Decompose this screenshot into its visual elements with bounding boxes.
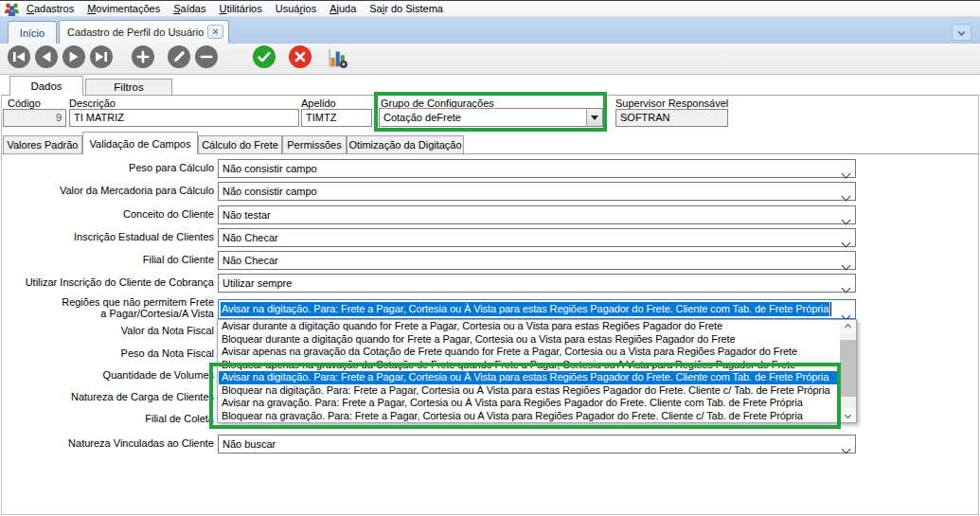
previous-record-icon — [35, 45, 58, 68]
first-record-icon — [8, 45, 30, 68]
select-value: Não testar — [223, 209, 271, 221]
natureza-vinculadas-select[interactable]: Não buscar — [218, 435, 856, 454]
utilizar-inscricao-label: Utilizar Inscrição do Cliente de Cobranç… — [0, 276, 214, 288]
tab-filtros[interactable]: Filtros — [85, 79, 172, 95]
previous-record-button[interactable] — [35, 45, 58, 68]
select-value: Não consistir campo — [223, 186, 317, 197]
menubar: Cadastros Movimentações Saídas Utilitári… — [0, 0, 980, 17]
toolbar — [0, 44, 980, 75]
conceito-cliente-label: Conceito do Cliente — [0, 208, 214, 220]
select-value: Não Checar — [223, 255, 278, 266]
select-value: Não buscar — [223, 438, 276, 450]
dropdown-option-3[interactable]: Avisar apenas na gravação da Cotação de … — [219, 346, 841, 359]
dropdown-option-1[interactable]: Avisar durante a digitação quando for Fr… — [219, 320, 841, 333]
tab-cadastro-label: Cadastro de Perfil do Usuário — [67, 27, 204, 38]
menu-item-saidas[interactable]: Saídas — [167, 3, 212, 14]
tab-calculo-do-frete[interactable]: Cálculo do Frete — [198, 135, 282, 153]
tab-validacao-de-campos[interactable]: Validação de Campos — [82, 132, 198, 154]
edit-icon — [168, 45, 190, 68]
tab-inicio[interactable]: Início — [8, 21, 57, 44]
tab-cadastro-perfil-usuario[interactable]: Cadastro de Perfil do Usuário × — [59, 20, 229, 44]
users-icon — [4, 2, 20, 16]
filial-cliente-label: Filial do Cliente — [0, 254, 214, 265]
regioes-combo-value: Avisar na digitação. Para: Frete a Pagar… — [221, 302, 829, 316]
tab-permissoes[interactable]: Permissões — [282, 135, 347, 153]
remove-button[interactable] — [195, 45, 218, 68]
menu-item-ajuda[interactable]: Ajuda — [323, 3, 363, 14]
apelido-field[interactable]: TIMTZ — [301, 109, 372, 127]
menu-item-cadastros[interactable]: Cadastros — [20, 3, 80, 14]
filial-coleta-label: Filial de Coleta — [0, 413, 214, 424]
last-record-icon — [90, 45, 113, 68]
tab-overflow-button[interactable] — [952, 24, 971, 41]
menu-item-movimentacoes[interactable]: Movimentações — [80, 3, 167, 14]
bar-chart-gear-icon — [326, 46, 348, 69]
last-record-button[interactable] — [90, 45, 113, 68]
natureza-vinculadas-label: Natureza Vinculadas ao Cliente — [0, 437, 214, 449]
dropdown-option-2[interactable]: Bloquear durante a digitação quando for … — [219, 333, 841, 347]
confirm-button[interactable] — [253, 45, 276, 68]
scrollbar-thumb[interactable] — [840, 340, 856, 397]
scroll-up-button[interactable] — [840, 320, 856, 334]
tab-valores-padrao[interactable]: Valores Padrão — [3, 135, 82, 153]
peso-nota-fiscal-label: Peso da Nota Fiscal — [0, 347, 214, 359]
next-record-icon — [62, 45, 85, 68]
supervisor-field: SOFTRAN — [615, 109, 728, 127]
cancel-icon — [289, 45, 312, 68]
peso-para-calculo-select[interactable]: Não consistir campo — [218, 159, 856, 178]
menu-item-sair-do-sistema[interactable]: Sair do Sistema — [363, 3, 450, 14]
conceito-cliente-select[interactable]: Não testar — [218, 205, 856, 224]
tab-otimizacao-da-digitacao[interactable]: Otimização da Digitação — [347, 135, 464, 153]
add-button[interactable] — [132, 45, 154, 68]
scroll-down-button[interactable] — [840, 408, 856, 422]
regioes-label-line1: Regiões que não permitem Frete — [0, 296, 214, 308]
peso-para-calculo-label: Peso para Cálculo — [0, 162, 214, 173]
tab-inicio-label: Início — [20, 27, 45, 39]
inscricao-estadual-select[interactable]: Não Checar — [218, 228, 856, 247]
scrollbar[interactable] — [840, 320, 856, 422]
confirm-icon — [253, 45, 276, 68]
add-icon — [132, 45, 154, 68]
descricao-field[interactable]: TI MATRIZ — [69, 109, 299, 127]
select-value: Não Checar — [223, 232, 278, 243]
codigo-field: 9 — [3, 109, 66, 127]
annotation-highlight-grupo — [374, 92, 607, 132]
regioes-combo[interactable]: Avisar na digitação. Para: Frete a Pagar… — [218, 299, 856, 319]
valor-mercadoria-select[interactable]: Não consistir campo — [218, 182, 856, 201]
first-record-button[interactable] — [8, 45, 30, 68]
close-icon[interactable]: × — [207, 25, 223, 39]
utilizar-inscricao-select[interactable]: Utilizar sempre — [218, 274, 856, 293]
inscricao-estadual-label: Inscrição Estadual de Clientes — [0, 231, 214, 242]
document-tab-bar: Início Cadastro de Perfil do Usuário × — [0, 17, 980, 44]
next-record-button[interactable] — [62, 45, 85, 68]
select-value: Não consistir campo — [223, 163, 317, 174]
filial-cliente-select[interactable]: Não Checar — [218, 251, 856, 270]
remove-icon — [195, 45, 218, 68]
report-chart-button[interactable] — [326, 46, 348, 69]
cancel-button[interactable] — [289, 45, 312, 68]
edit-button[interactable] — [168, 45, 190, 68]
select-value: Utilizar sempre — [223, 277, 292, 289]
text-caret — [830, 302, 831, 316]
annotation-highlight-options — [209, 363, 841, 429]
natureza-carga-label: Natureza de Carga de Clientes — [0, 391, 214, 402]
menu-item-utilitarios[interactable]: Utilitários — [212, 3, 268, 14]
quantidade-volumes-label: Quantidade de Volumes — [0, 369, 214, 381]
valor-nota-fiscal-label: Valor da Nota Fiscal — [0, 325, 214, 336]
tab-dados[interactable]: Dados — [9, 76, 83, 96]
regioes-label-line2: a Pagar/Cortesia/A Vista — [0, 308, 214, 319]
menu-item-usuarios[interactable]: Usuários — [269, 3, 323, 14]
valor-mercadoria-label: Valor da Mercadoria para Cálculo — [0, 185, 214, 196]
